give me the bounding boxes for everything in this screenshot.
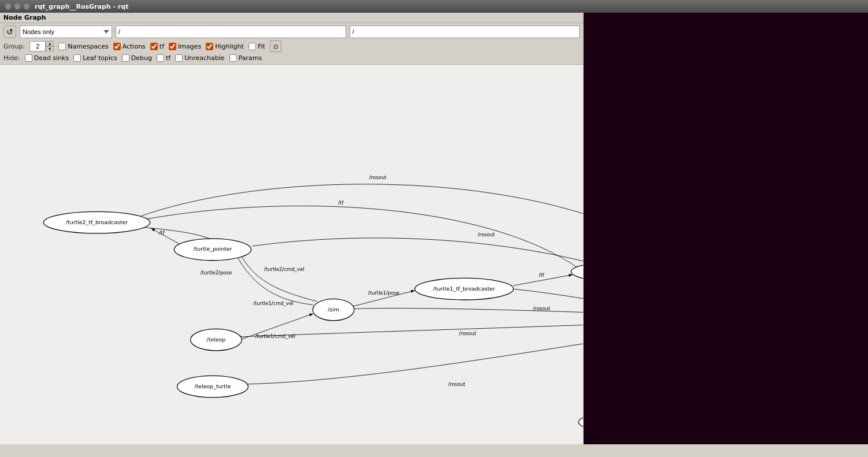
unreachable-checkbox[interactable] <box>175 54 183 62</box>
node-label-turtle2tf: /turtle2_tf_broadcaster <box>66 219 128 225</box>
node-label-turtle1tf: /turtle1_tf_broadcaster <box>433 285 495 292</box>
toolbar-row1: ↺ Nodes only Nodes/Topics (active) Nodes… <box>3 25 580 38</box>
node-label-turtlepointer: /turtle_pointer <box>194 246 232 252</box>
unreachable-label: Unreachable <box>184 54 224 62</box>
edge-label-t1pose: /turtle1/pose <box>368 290 400 296</box>
leaf-topics-label: Leaf topics <box>83 54 117 62</box>
namespaces-checkbox[interactable] <box>58 43 66 50</box>
unreachable-item[interactable]: Unreachable <box>175 54 224 62</box>
hide-label: Hide: <box>3 54 20 62</box>
toolbar: ↺ Nodes only Nodes/Topics (active) Nodes… <box>0 23 583 65</box>
dead-sinks-item[interactable]: Dead sinks <box>25 54 69 62</box>
fit-checkbox[interactable] <box>248 43 256 50</box>
left-panel: Node Graph ↺ Nodes only Nodes/Topics (ac… <box>0 13 584 444</box>
spinbox-buttons: ▲ ▼ <box>46 41 54 51</box>
debug-item[interactable]: Debug <box>122 54 152 62</box>
actions-checkbox[interactable] <box>113 43 121 50</box>
group-value[interactable] <box>29 41 46 51</box>
edge-sim-tpointer-t2pose <box>240 253 317 302</box>
namespaces-label: Namespaces <box>68 43 108 50</box>
edge-label-t1cmdvel: /turtle1/cmd_vel <box>253 300 294 306</box>
params-item[interactable]: Params <box>229 54 262 62</box>
edge-label-rosout6: /rosout <box>448 381 465 387</box>
graph-svg: /rosout /tf /tf /rosout /turtle1/pose <box>0 65 583 444</box>
edge-t1tf-rosout <box>513 289 583 318</box>
debug-checkbox[interactable] <box>122 54 129 62</box>
tf-hide-checkbox[interactable] <box>157 54 164 62</box>
fit-label: Fit <box>258 43 265 50</box>
node-label-teleop: /teleop <box>207 336 226 343</box>
params-label: Params <box>239 54 262 62</box>
highlight-checkbox[interactable] <box>206 43 213 50</box>
fit-checkbox-item[interactable]: Fit <box>248 43 265 50</box>
edge-teleopturtle-rosout <box>247 322 583 384</box>
leaf-topics-checkbox[interactable] <box>73 54 81 62</box>
fit-icon-button[interactable]: ⊡ <box>270 40 281 52</box>
refresh-button[interactable]: ↺ <box>3 25 16 38</box>
graph-area[interactable]: /rosout /tf /tf /rosout /turtle1/pose <box>0 65 583 444</box>
namespaces-checkbox-item[interactable]: Namespaces <box>58 43 108 50</box>
ns-filter-2[interactable] <box>350 25 580 38</box>
graph-type-select[interactable]: Nodes only Nodes/Topics (active) Nodes/T… <box>20 25 112 38</box>
edge-label-rosout2: /rosout <box>478 232 495 237</box>
plugin-title: Node Graph <box>3 14 46 21</box>
tf-hide-item[interactable]: tf <box>157 54 170 62</box>
leaf-topics-item[interactable]: Leaf topics <box>73 54 117 62</box>
window-titlebar: rqt_graph__RosGraph - rqt <box>0 0 868 13</box>
tf-hide-label: tf <box>166 54 170 62</box>
spinbox-down[interactable]: ▼ <box>46 46 54 51</box>
dead-sinks-label: Dead sinks <box>34 54 69 62</box>
images-checkbox-item[interactable]: Images <box>169 43 201 50</box>
tf-label: tf <box>159 43 164 50</box>
ns-filter-1[interactable] <box>116 25 346 38</box>
tf-checkbox[interactable] <box>150 43 158 50</box>
highlight-checkbox-item[interactable]: Highlight <box>206 43 244 50</box>
node-rqtgui[interactable] <box>578 411 583 433</box>
actions-checkbox-item[interactable]: Actions <box>113 43 146 50</box>
edge-label-rosout5: /rosout <box>459 330 476 336</box>
spinbox-up[interactable]: ▲ <box>46 41 54 46</box>
node-label-teleopturtle: /teleop_turtle <box>195 383 231 389</box>
edge-label-t2cmdvel: /turtle2/cmd_vel <box>264 266 305 272</box>
edge-label-rosout1: /rosout <box>369 174 387 180</box>
tf-checkbox-item[interactable]: tf <box>150 43 164 50</box>
params-checkbox[interactable] <box>229 54 237 62</box>
window-title: rqt_graph__RosGraph - rqt <box>35 3 128 10</box>
toolbar-row2: Group: ▲ ▼ Namespaces Action <box>3 40 580 52</box>
right-panel <box>584 13 868 444</box>
highlight-label: Highlight <box>215 43 244 50</box>
main-window: rqt_graph__RosGraph - rqt Node Graph ↺ N… <box>0 0 868 444</box>
actions-label: Actions <box>123 43 146 50</box>
images-checkbox[interactable] <box>169 43 176 50</box>
node-label-sim: /sim <box>328 306 339 313</box>
dead-sinks-checkbox[interactable] <box>25 54 32 62</box>
edge-label-tf2: /tf <box>159 230 165 236</box>
titlebar-icons <box>5 3 30 10</box>
edge-label-tf1: /tf <box>338 200 344 206</box>
content-area: Node Graph ↺ Nodes only Nodes/Topics (ac… <box>0 13 868 444</box>
debug-label: Debug <box>131 54 152 62</box>
group-spinbox: ▲ ▼ <box>29 41 54 51</box>
node-rviz[interactable] <box>571 261 583 283</box>
edge-label-tf3: /tf <box>539 272 544 278</box>
toolbar-row3: Hide: Dead sinks Leaf topics Debug <box>3 54 580 62</box>
edge-label-t2pose: /turtle2/pose <box>201 270 232 276</box>
group-label: Group: <box>3 43 25 50</box>
images-label: Images <box>178 43 201 50</box>
edge-label-rosout3: /rosout <box>533 306 550 311</box>
